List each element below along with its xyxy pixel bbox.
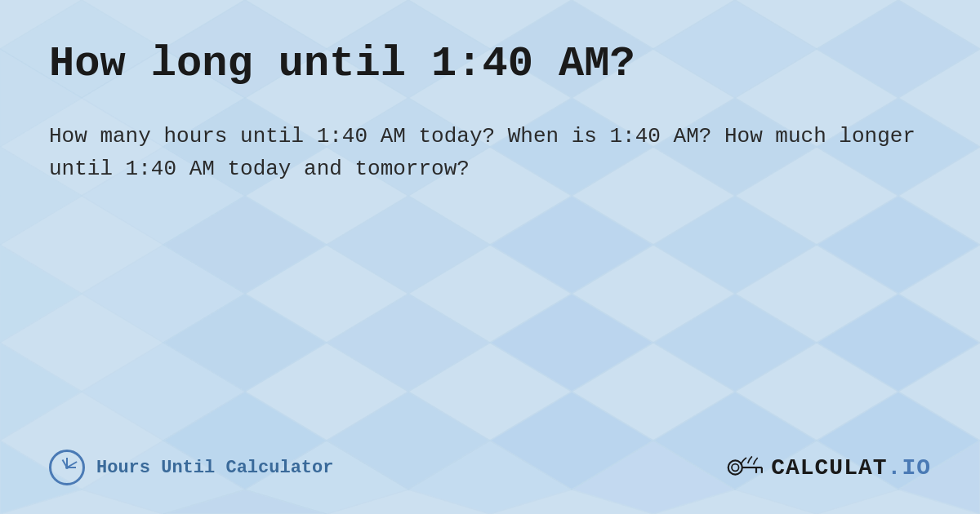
svg-point-68 [728, 460, 742, 474]
clock-center-dot [65, 466, 69, 469]
calculat-logo-text: CALCULAT.IO [771, 455, 931, 481]
footer: Hours Until Calculator CALCULAT.IO [49, 450, 931, 485]
page-title: How long until 1:40 AM? [49, 41, 931, 87]
hours-calculator-brand: Hours Until Calculator [49, 450, 333, 485]
page-description: How many hours until 1:40 AM today? When… [49, 120, 931, 186]
hours-calculator-label: Hours Until Calculator [96, 458, 333, 478]
svg-point-69 [732, 464, 739, 472]
page-content: How long until 1:40 AM? How many hours u… [0, 0, 980, 514]
clock-minute-hand [67, 461, 78, 468]
clock-icon [49, 450, 85, 485]
calculat-logo-accent: .IO [888, 455, 931, 481]
calculat-logo-icon [727, 453, 766, 482]
calculat-logo: CALCULAT.IO [727, 453, 931, 482]
